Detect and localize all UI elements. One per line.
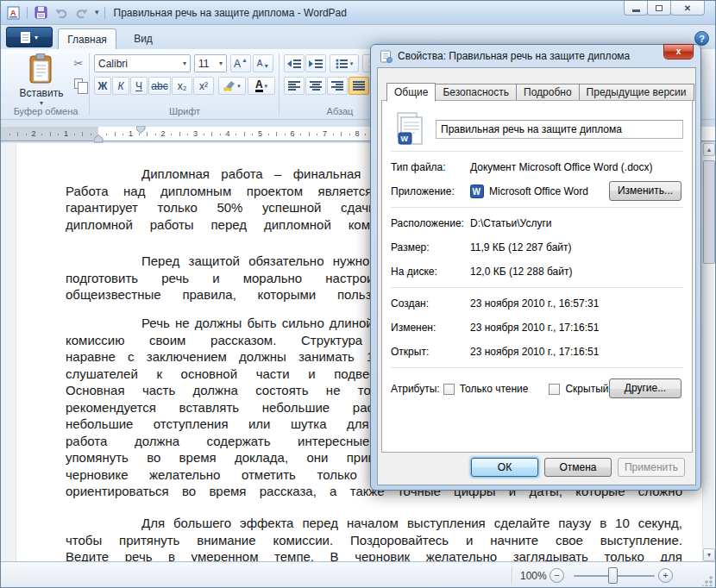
zoom-in-button[interactable]: + (658, 568, 673, 583)
qat-dropdown-icon[interactable]: ▾ (95, 9, 99, 16)
scrollbar-thumb[interactable] (703, 160, 715, 264)
hidden-label: Скрытый (565, 383, 608, 395)
vertical-scrollbar[interactable]: ▲ ▼ (702, 143, 714, 561)
tab-security[interactable]: Безопасность (436, 84, 517, 101)
ruler-tick (211, 132, 212, 136)
divider (104, 7, 105, 19)
size-on-disk-label: На диске: (391, 266, 470, 278)
resize-grip[interactable] (702, 576, 713, 586)
paste-button[interactable]: Вставить ▾ (15, 53, 68, 113)
window-title: Правильная речь на защите диплома - Word… (114, 7, 347, 19)
align-justify-button[interactable] (349, 77, 369, 95)
menu-dropdown-icon: ▾ (35, 34, 38, 41)
copy-button[interactable] (70, 75, 87, 92)
subscript-button[interactable]: x₂ (172, 77, 192, 95)
zoom-slider-thumb[interactable] (608, 567, 618, 584)
underline-button[interactable]: Ч (130, 77, 148, 95)
restore-button[interactable] (647, 1, 671, 16)
ruler-tick (187, 134, 188, 135)
font-color-button[interactable]: А ▾ (248, 77, 275, 95)
ruler-tick (276, 132, 277, 136)
increase-indent-button[interactable] (305, 54, 326, 72)
shrink-font-button[interactable]: А▼ (253, 54, 273, 72)
modified-value: 23 ноября 2010 г., 17:16:51 (470, 322, 599, 334)
undo-icon[interactable] (53, 5, 69, 21)
change-button[interactable]: Изменить... (609, 181, 681, 201)
hidden-checkbox[interactable] (549, 384, 560, 395)
divider (391, 367, 683, 368)
scroll-down-button[interactable]: ▼ (703, 548, 715, 561)
ok-button[interactable]: ОК (471, 458, 538, 477)
word-app-icon: W (470, 185, 484, 198)
cancel-button[interactable]: Отмена (544, 458, 612, 477)
tab-details[interactable]: Подробно (517, 84, 580, 101)
scroll-up-button[interactable]: ▲ (703, 143, 715, 156)
close-button[interactable]: ✕ (670, 1, 705, 16)
ruler-tick (236, 134, 236, 135)
align-center-button[interactable] (305, 77, 326, 95)
properties-dialog: Свойства: Правильная речь на защите дипл… (370, 44, 701, 491)
align-left-button[interactable] (284, 77, 305, 95)
decrease-indent-button[interactable] (284, 54, 305, 72)
shrink-font-icon: А (257, 59, 263, 68)
wordpad-window: A ▾ Правильная речь на защите диплома - … (0, 0, 716, 588)
save-icon[interactable] (33, 5, 48, 21)
dialog-close-button[interactable]: x (663, 44, 694, 59)
tab-home[interactable]: Главная (58, 28, 116, 49)
ruler-tick (341, 132, 342, 136)
font-size-combo[interactable]: 11 ▾ (194, 54, 227, 72)
bold-button[interactable]: Ж (94, 77, 111, 95)
ruler-number: 7 (323, 129, 327, 138)
accessed-row: Открыт: 23 ноября 2010 г., 17:16:51 (391, 340, 683, 364)
size-row: Размер: 11,9 КБ (12 287 байт) (391, 235, 683, 260)
redo-icon[interactable] (74, 5, 90, 21)
location-label: Расположение: (391, 217, 470, 229)
page-gutter (1, 143, 16, 561)
minimize-button[interactable] (624, 1, 648, 16)
italic-button[interactable]: К (112, 77, 129, 95)
cut-button[interactable]: ✂ (70, 54, 87, 72)
list-button[interactable]: ▾ (330, 54, 359, 72)
menu-document-icon (21, 32, 30, 43)
svg-text:A: A (10, 9, 16, 17)
ruler-tick (204, 134, 204, 135)
zoom-out-button[interactable]: − (550, 568, 564, 583)
dialog-titlebar[interactable]: Свойства: Правильная речь на защите дипл… (371, 45, 700, 67)
left-indent-marker[interactable] (94, 134, 104, 143)
filename-input[interactable] (436, 120, 683, 139)
strikethrough-button[interactable]: abc (148, 77, 171, 95)
other-attributes-button[interactable]: Другие... (609, 378, 681, 398)
svg-text:W: W (473, 187, 481, 197)
tab-previous-versions[interactable]: Предыдущие версии (580, 84, 694, 101)
bullet-list-icon (336, 59, 349, 69)
accessed-label: Открыт: (391, 346, 470, 358)
copy-icon (74, 78, 83, 89)
divider (391, 207, 683, 208)
ruler-number: 2 (161, 129, 166, 138)
ruler-tick (285, 134, 286, 135)
align-right-button[interactable] (327, 77, 348, 95)
first-line-indent-marker[interactable] (136, 126, 146, 134)
ruler-tick (122, 134, 123, 135)
text-line: чтобы притянуть внимание комиссии. Поздо… (66, 532, 682, 549)
ruler-number: 1 (64, 129, 68, 138)
wordpad-menu-button[interactable]: ▾ (6, 27, 53, 47)
readonly-checkbox[interactable] (443, 384, 455, 395)
ruler-tick (106, 134, 107, 135)
application-row: Приложение: W Microsoft Office Word Изме… (391, 179, 683, 203)
apply-button[interactable]: Применить (618, 458, 685, 477)
dialog-body: Общие Безопасность Подробно Предыдущие в… (377, 67, 696, 485)
ruler-tick (300, 134, 301, 135)
readonly-label: Только чтение (460, 383, 529, 395)
ruler-tick (50, 132, 51, 136)
tab-general[interactable]: Общие (386, 83, 436, 102)
font-name-combo[interactable]: Calibri ▾ (94, 54, 191, 72)
ruler-tick (171, 134, 172, 135)
tab-view[interactable]: Вид (122, 28, 165, 49)
ruler-tick (147, 132, 148, 136)
grow-font-button[interactable]: А▲ (230, 54, 251, 72)
wordpad-app-icon[interactable]: A (6, 5, 22, 21)
minimize-icon (632, 9, 640, 12)
highlight-color-button[interactable]: ▾ (218, 77, 246, 95)
superscript-button[interactable]: x² (193, 77, 214, 95)
